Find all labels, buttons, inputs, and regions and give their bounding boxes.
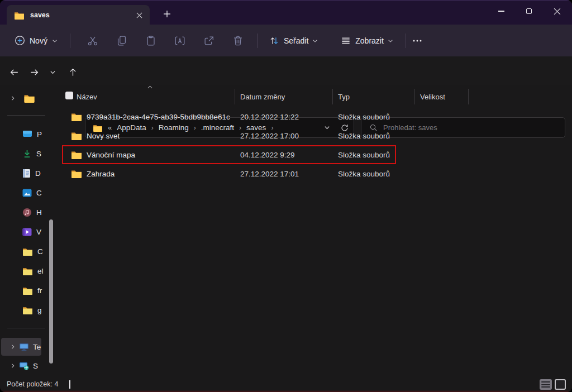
sidebar-item-pictures[interactable]: C xyxy=(22,184,48,201)
sidebar-item-folder-fr[interactable]: fr xyxy=(22,282,48,299)
delete-button[interactable] xyxy=(223,31,252,51)
share-button[interactable] xyxy=(194,31,223,51)
folder-icon xyxy=(23,94,35,103)
trash-icon xyxy=(232,35,244,47)
sort-icon xyxy=(269,35,280,46)
maximize-button[interactable] xyxy=(516,1,542,22)
tab-saves[interactable]: saves xyxy=(7,5,150,25)
sidebar-item-folder-el[interactable]: el xyxy=(22,262,48,279)
column-divider[interactable] xyxy=(235,89,235,104)
file-date: 27.12.2022 17:01 xyxy=(240,164,299,183)
rename-icon xyxy=(174,35,186,47)
sidebar-item-folder-c[interactable]: C xyxy=(22,243,48,260)
up-button[interactable] xyxy=(64,64,81,80)
sidebar-scrollbar[interactable] xyxy=(49,219,53,364)
column-divider[interactable] xyxy=(414,89,415,104)
file-type: Složka souborů xyxy=(338,107,390,126)
chevron-right-icon xyxy=(10,363,16,369)
file-name: 9739a31b-2caa-4e75-ab39-5bdb9bb8e61c xyxy=(87,107,230,126)
paste-button[interactable] xyxy=(136,31,165,51)
titlebar[interactable]: saves xyxy=(0,0,572,25)
select-all-checkbox[interactable] xyxy=(65,92,73,99)
column-divider[interactable] xyxy=(468,89,469,104)
tab-title: saves xyxy=(30,11,50,19)
details-view-button[interactable] xyxy=(540,379,552,390)
chevron-down-icon xyxy=(52,38,58,44)
column-header-row: Název Datum změny Typ Velikost xyxy=(62,87,566,106)
this-pc-icon xyxy=(19,343,29,351)
sidebar-separator xyxy=(7,115,45,116)
chevron-down-icon xyxy=(50,69,56,75)
file-name: Novy svet xyxy=(87,126,120,145)
file-explorer-window: saves Nový xyxy=(0,0,572,392)
cut-button[interactable] xyxy=(78,31,107,51)
folder-icon xyxy=(22,306,33,314)
sidebar-item-music[interactable]: H xyxy=(22,204,48,221)
ellipsis-icon xyxy=(412,36,422,46)
recent-locations-button[interactable] xyxy=(46,64,59,80)
folder-icon xyxy=(71,169,82,178)
forward-button[interactable] xyxy=(26,64,42,80)
column-divider[interactable] xyxy=(332,89,333,104)
column-header-size[interactable]: Velikost xyxy=(420,87,445,106)
column-header-type[interactable]: Typ xyxy=(338,87,350,106)
folder-icon xyxy=(14,11,25,20)
sidebar-separator xyxy=(7,328,45,328)
item-count-label: Počet položek: 4 xyxy=(7,377,58,391)
sort-ascending-icon xyxy=(147,85,153,89)
plus-circle-icon xyxy=(15,35,25,46)
chevron-down-icon xyxy=(312,38,318,44)
music-icon xyxy=(22,208,32,217)
details-view-icon xyxy=(541,381,550,383)
more-options-button[interactable] xyxy=(406,31,428,51)
sidebar-item-folder-g[interactable]: g xyxy=(22,302,48,318)
sidebar-item-documents[interactable]: D xyxy=(22,165,48,181)
sidebar-item-network[interactable]: S xyxy=(1,357,41,375)
file-date: 27.12.2022 17:00 xyxy=(240,126,299,145)
chevron-right-icon xyxy=(10,344,16,350)
folder-icon xyxy=(22,286,33,295)
documents-icon xyxy=(22,169,31,178)
arrow-up-icon xyxy=(68,67,78,78)
file-date: 20.12.2022 12:22 xyxy=(240,107,299,126)
file-row-highlighted[interactable]: Vánoční mapa 04.12.2022 9:29 Složka soub… xyxy=(62,145,566,164)
tree-item-saves[interactable] xyxy=(0,90,48,107)
pictures-icon xyxy=(22,189,32,197)
sidebar-item-videos[interactable]: V xyxy=(22,223,48,240)
file-row[interactable]: 9739a31b-2caa-4e75-ab39-5bdb9bb8e61c 20.… xyxy=(62,107,566,126)
column-header-date[interactable]: Datum změny xyxy=(240,87,285,106)
folder-icon xyxy=(22,267,33,275)
new-tab-button[interactable] xyxy=(160,8,174,20)
maximize-icon xyxy=(526,8,532,14)
back-button[interactable] xyxy=(6,64,22,80)
new-button[interactable]: Nový xyxy=(9,31,63,51)
close-button[interactable] xyxy=(544,1,570,22)
sort-button[interactable]: Seřadit xyxy=(262,31,325,51)
navigation-row: « AppData › Roaming › .minecraft › saves… xyxy=(0,56,572,85)
folder-icon xyxy=(71,150,82,159)
close-icon xyxy=(554,8,561,15)
file-row[interactable]: Novy svet 27.12.2022 17:00 Složka soubor… xyxy=(62,126,566,145)
navigation-pane: P S D C H V C el xyxy=(0,85,56,377)
folder-icon xyxy=(71,131,82,140)
sidebar-item-this-pc[interactable]: Te xyxy=(1,338,41,356)
sort-button-label: Seřadit xyxy=(284,36,308,45)
rename-button[interactable] xyxy=(165,31,194,51)
large-icons-view-button[interactable] xyxy=(555,379,566,390)
copy-button[interactable] xyxy=(107,31,136,51)
column-header-name[interactable]: Název xyxy=(77,87,97,106)
scissors-icon xyxy=(87,35,99,47)
close-icon xyxy=(136,12,142,18)
view-button[interactable]: Zobrazit xyxy=(333,31,400,51)
chevron-right-icon xyxy=(10,95,16,101)
sidebar-item-desktop[interactable]: P xyxy=(22,126,48,142)
file-row[interactable]: Zahrada 27.12.2022 17:01 Složka souborů xyxy=(62,164,566,183)
file-date: 04.12.2022 9:29 xyxy=(240,145,295,164)
view-button-label: Zobrazit xyxy=(355,36,384,45)
copy-icon xyxy=(116,35,128,47)
sidebar-item-downloads[interactable]: S xyxy=(22,145,48,162)
tab-close-button[interactable] xyxy=(134,10,144,20)
plus-icon xyxy=(163,10,171,18)
minimize-button[interactable] xyxy=(488,1,514,22)
file-name: Vánoční mapa xyxy=(87,145,135,164)
